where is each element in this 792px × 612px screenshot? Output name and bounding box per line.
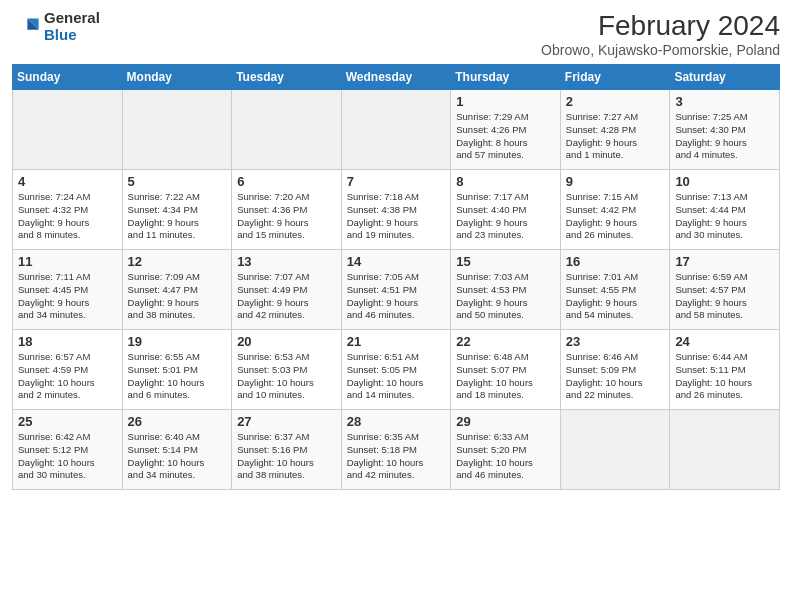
day-info: Sunrise: 6:44 AM Sunset: 5:11 PM Dayligh… bbox=[675, 351, 774, 402]
calendar-subtitle: Obrowo, Kujawsko-Pomorskie, Poland bbox=[541, 42, 780, 58]
day-info: Sunrise: 6:51 AM Sunset: 5:05 PM Dayligh… bbox=[347, 351, 446, 402]
calendar-cell: 6Sunrise: 7:20 AM Sunset: 4:36 PM Daylig… bbox=[232, 170, 342, 250]
day-info: Sunrise: 6:33 AM Sunset: 5:20 PM Dayligh… bbox=[456, 431, 555, 482]
calendar-cell: 4Sunrise: 7:24 AM Sunset: 4:32 PM Daylig… bbox=[13, 170, 123, 250]
calendar-week-4: 18Sunrise: 6:57 AM Sunset: 4:59 PM Dayli… bbox=[13, 330, 780, 410]
day-info: Sunrise: 7:22 AM Sunset: 4:34 PM Dayligh… bbox=[128, 191, 227, 242]
day-info: Sunrise: 7:15 AM Sunset: 4:42 PM Dayligh… bbox=[566, 191, 665, 242]
calendar-cell: 24Sunrise: 6:44 AM Sunset: 5:11 PM Dayli… bbox=[670, 330, 780, 410]
logo: General Blue bbox=[12, 10, 100, 43]
calendar-cell bbox=[670, 410, 780, 490]
calendar-cell: 23Sunrise: 6:46 AM Sunset: 5:09 PM Dayli… bbox=[560, 330, 670, 410]
day-info: Sunrise: 7:11 AM Sunset: 4:45 PM Dayligh… bbox=[18, 271, 117, 322]
day-number: 6 bbox=[237, 174, 336, 189]
day-number: 4 bbox=[18, 174, 117, 189]
day-info: Sunrise: 7:05 AM Sunset: 4:51 PM Dayligh… bbox=[347, 271, 446, 322]
day-info: Sunrise: 6:59 AM Sunset: 4:57 PM Dayligh… bbox=[675, 271, 774, 322]
calendar-cell bbox=[232, 90, 342, 170]
day-number: 5 bbox=[128, 174, 227, 189]
logo-general: General bbox=[44, 10, 100, 27]
calendar-cell: 17Sunrise: 6:59 AM Sunset: 4:57 PM Dayli… bbox=[670, 250, 780, 330]
day-number: 18 bbox=[18, 334, 117, 349]
day-number: 27 bbox=[237, 414, 336, 429]
day-number: 20 bbox=[237, 334, 336, 349]
day-info: Sunrise: 6:46 AM Sunset: 5:09 PM Dayligh… bbox=[566, 351, 665, 402]
weekday-header-tuesday: Tuesday bbox=[232, 65, 342, 90]
day-number: 12 bbox=[128, 254, 227, 269]
calendar-cell: 1Sunrise: 7:29 AM Sunset: 4:26 PM Daylig… bbox=[451, 90, 561, 170]
calendar-week-1: 1Sunrise: 7:29 AM Sunset: 4:26 PM Daylig… bbox=[13, 90, 780, 170]
weekday-header-sunday: Sunday bbox=[13, 65, 123, 90]
day-number: 24 bbox=[675, 334, 774, 349]
day-number: 14 bbox=[347, 254, 446, 269]
weekday-header-friday: Friday bbox=[560, 65, 670, 90]
calendar-cell: 10Sunrise: 7:13 AM Sunset: 4:44 PM Dayli… bbox=[670, 170, 780, 250]
calendar-cell: 25Sunrise: 6:42 AM Sunset: 5:12 PM Dayli… bbox=[13, 410, 123, 490]
day-number: 1 bbox=[456, 94, 555, 109]
calendar-cell bbox=[341, 90, 451, 170]
calendar-cell: 16Sunrise: 7:01 AM Sunset: 4:55 PM Dayli… bbox=[560, 250, 670, 330]
header: General Blue February 2024 Obrowo, Kujaw… bbox=[12, 10, 780, 58]
day-number: 21 bbox=[347, 334, 446, 349]
day-info: Sunrise: 7:24 AM Sunset: 4:32 PM Dayligh… bbox=[18, 191, 117, 242]
calendar-cell: 26Sunrise: 6:40 AM Sunset: 5:14 PM Dayli… bbox=[122, 410, 232, 490]
day-info: Sunrise: 7:01 AM Sunset: 4:55 PM Dayligh… bbox=[566, 271, 665, 322]
weekday-header-row: SundayMondayTuesdayWednesdayThursdayFrid… bbox=[13, 65, 780, 90]
day-info: Sunrise: 6:55 AM Sunset: 5:01 PM Dayligh… bbox=[128, 351, 227, 402]
weekday-header-saturday: Saturday bbox=[670, 65, 780, 90]
day-number: 19 bbox=[128, 334, 227, 349]
day-info: Sunrise: 7:29 AM Sunset: 4:26 PM Dayligh… bbox=[456, 111, 555, 162]
calendar-cell: 11Sunrise: 7:11 AM Sunset: 4:45 PM Dayli… bbox=[13, 250, 123, 330]
day-info: Sunrise: 7:18 AM Sunset: 4:38 PM Dayligh… bbox=[347, 191, 446, 242]
day-info: Sunrise: 7:03 AM Sunset: 4:53 PM Dayligh… bbox=[456, 271, 555, 322]
day-info: Sunrise: 7:13 AM Sunset: 4:44 PM Dayligh… bbox=[675, 191, 774, 242]
weekday-header-monday: Monday bbox=[122, 65, 232, 90]
calendar-cell: 14Sunrise: 7:05 AM Sunset: 4:51 PM Dayli… bbox=[341, 250, 451, 330]
calendar-cell bbox=[560, 410, 670, 490]
calendar-cell: 8Sunrise: 7:17 AM Sunset: 4:40 PM Daylig… bbox=[451, 170, 561, 250]
day-number: 16 bbox=[566, 254, 665, 269]
day-info: Sunrise: 7:20 AM Sunset: 4:36 PM Dayligh… bbox=[237, 191, 336, 242]
calendar-cell: 5Sunrise: 7:22 AM Sunset: 4:34 PM Daylig… bbox=[122, 170, 232, 250]
day-number: 2 bbox=[566, 94, 665, 109]
calendar-cell: 20Sunrise: 6:53 AM Sunset: 5:03 PM Dayli… bbox=[232, 330, 342, 410]
day-number: 17 bbox=[675, 254, 774, 269]
day-number: 9 bbox=[566, 174, 665, 189]
calendar-title: February 2024 bbox=[541, 10, 780, 42]
day-number: 10 bbox=[675, 174, 774, 189]
day-number: 25 bbox=[18, 414, 117, 429]
day-number: 22 bbox=[456, 334, 555, 349]
calendar-cell: 19Sunrise: 6:55 AM Sunset: 5:01 PM Dayli… bbox=[122, 330, 232, 410]
calendar-cell bbox=[13, 90, 123, 170]
calendar-cell: 28Sunrise: 6:35 AM Sunset: 5:18 PM Dayli… bbox=[341, 410, 451, 490]
calendar-cell: 29Sunrise: 6:33 AM Sunset: 5:20 PM Dayli… bbox=[451, 410, 561, 490]
weekday-header-wednesday: Wednesday bbox=[341, 65, 451, 90]
day-number: 7 bbox=[347, 174, 446, 189]
day-number: 29 bbox=[456, 414, 555, 429]
day-number: 23 bbox=[566, 334, 665, 349]
calendar-week-3: 11Sunrise: 7:11 AM Sunset: 4:45 PM Dayli… bbox=[13, 250, 780, 330]
day-info: Sunrise: 7:25 AM Sunset: 4:30 PM Dayligh… bbox=[675, 111, 774, 162]
title-block: February 2024 Obrowo, Kujawsko-Pomorskie… bbox=[541, 10, 780, 58]
day-info: Sunrise: 6:42 AM Sunset: 5:12 PM Dayligh… bbox=[18, 431, 117, 482]
day-info: Sunrise: 7:17 AM Sunset: 4:40 PM Dayligh… bbox=[456, 191, 555, 242]
weekday-header-thursday: Thursday bbox=[451, 65, 561, 90]
day-number: 28 bbox=[347, 414, 446, 429]
calendar-cell: 3Sunrise: 7:25 AM Sunset: 4:30 PM Daylig… bbox=[670, 90, 780, 170]
day-info: Sunrise: 6:53 AM Sunset: 5:03 PM Dayligh… bbox=[237, 351, 336, 402]
calendar-cell: 21Sunrise: 6:51 AM Sunset: 5:05 PM Dayli… bbox=[341, 330, 451, 410]
day-number: 11 bbox=[18, 254, 117, 269]
calendar-cell: 18Sunrise: 6:57 AM Sunset: 4:59 PM Dayli… bbox=[13, 330, 123, 410]
calendar-cell: 9Sunrise: 7:15 AM Sunset: 4:42 PM Daylig… bbox=[560, 170, 670, 250]
calendar-cell: 2Sunrise: 7:27 AM Sunset: 4:28 PM Daylig… bbox=[560, 90, 670, 170]
calendar-cell: 12Sunrise: 7:09 AM Sunset: 4:47 PM Dayli… bbox=[122, 250, 232, 330]
day-number: 13 bbox=[237, 254, 336, 269]
calendar-week-2: 4Sunrise: 7:24 AM Sunset: 4:32 PM Daylig… bbox=[13, 170, 780, 250]
logo-text: General Blue bbox=[44, 10, 100, 43]
day-info: Sunrise: 7:07 AM Sunset: 4:49 PM Dayligh… bbox=[237, 271, 336, 322]
day-info: Sunrise: 6:37 AM Sunset: 5:16 PM Dayligh… bbox=[237, 431, 336, 482]
day-number: 3 bbox=[675, 94, 774, 109]
day-number: 26 bbox=[128, 414, 227, 429]
calendar-week-5: 25Sunrise: 6:42 AM Sunset: 5:12 PM Dayli… bbox=[13, 410, 780, 490]
day-info: Sunrise: 6:35 AM Sunset: 5:18 PM Dayligh… bbox=[347, 431, 446, 482]
